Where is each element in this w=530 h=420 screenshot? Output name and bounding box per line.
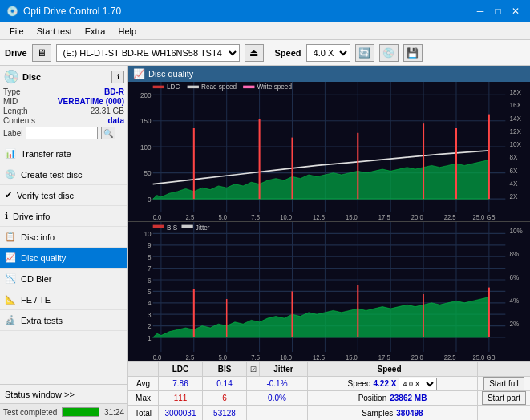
stats-header-jitter: Jitter <box>260 362 308 376</box>
menu-help[interactable]: Help <box>111 22 143 40</box>
stats-position-label: Position <box>358 394 387 402</box>
disc-type-value: BD-R <box>104 87 124 96</box>
save-button[interactable]: 💾 <box>403 44 423 62</box>
left-panel: 💿 Disc ℹ Type BD-R MID VERBATIMe (000) L… <box>0 66 128 420</box>
nav-disc-quality[interactable]: 📈 Disc quality <box>0 248 127 269</box>
menu-bar: File Start test Extra Help <box>0 22 530 40</box>
svg-text:200: 200 <box>140 91 152 99</box>
svg-text:6: 6 <box>148 276 152 285</box>
svg-text:5.0: 5.0 <box>218 353 227 361</box>
disc-info-icon: 📋 <box>5 232 16 242</box>
svg-text:2.5: 2.5 <box>186 353 195 361</box>
verify-test-disc-label: Verify test disc <box>17 191 74 200</box>
disc-info-btn[interactable]: ℹ <box>111 71 124 83</box>
status-section: Status window >> Test completed 31:24 <box>0 384 127 420</box>
charts-area: 200 150 100 50 0 18X 16X 14X 12X 10X 8X … <box>128 82 530 361</box>
nav-create-test-disc[interactable]: 💿 Create test disc <box>0 164 127 185</box>
chart-bottom-svg: 10 9 8 7 6 5 4 3 2 1 10% 8% 6% 4% 2% <box>128 222 530 361</box>
svg-text:5: 5 <box>148 287 152 296</box>
drive-bar: Drive 🖥 (E:) HL-DT-ST BD-RE WH16NS58 TST… <box>0 40 530 66</box>
cd-bler-label: CD Bler <box>21 274 52 284</box>
menu-start-test[interactable]: Start test <box>30 22 79 40</box>
svg-text:4%: 4% <box>509 296 519 305</box>
disc-label: Disc <box>22 72 41 82</box>
disc-contents-value: data <box>107 116 124 125</box>
svg-text:50: 50 <box>144 169 152 178</box>
svg-text:Jitter: Jitter <box>196 223 210 232</box>
disc-button[interactable]: 💿 <box>379 44 399 62</box>
svg-text:8: 8 <box>148 252 152 261</box>
stats-bar: LDC BIS ☑ Jitter Speed Avg 7.86 0.14 -0.… <box>128 361 530 420</box>
svg-text:10: 10 <box>144 229 152 238</box>
stats-bottom-right-blank <box>478 406 530 420</box>
drive-label: Drive <box>5 48 27 58</box>
svg-text:15.0: 15.0 <box>346 213 358 221</box>
stats-max-ldc: 111 <box>159 391 203 405</box>
svg-text:20.0: 20.0 <box>411 213 423 221</box>
start-part-button[interactable]: Start part <box>482 391 526 405</box>
svg-text:10%: 10% <box>509 227 522 236</box>
stats-speed-row: Speed 4.22 X 4.0 X <box>308 377 478 390</box>
stats-max-jitter: 0.0% <box>247 391 308 405</box>
stats-avg-jitter: -0.1% <box>247 377 308 390</box>
stats-max-bis: 6 <box>203 391 247 405</box>
disc-label-input[interactable] <box>26 127 98 139</box>
drive-icon: 🖥 <box>32 44 51 62</box>
refresh-button[interactable]: 🔄 <box>355 44 374 62</box>
chart-header-icon: 📈 <box>133 68 145 79</box>
svg-text:12.5: 12.5 <box>313 213 325 221</box>
svg-text:16X: 16X <box>509 101 521 110</box>
drive-select[interactable]: (E:) HL-DT-ST BD-RE WH16NS58 TST4 <box>56 44 240 62</box>
disc-icon: 💿 <box>3 69 19 84</box>
stats-samples-value: 380498 <box>396 409 423 418</box>
disc-section: 💿 Disc ℹ Type BD-R MID VERBATIMe (000) L… <box>0 66 127 143</box>
stats-col-sep <box>471 362 478 376</box>
title-bar-controls: ─ □ ✕ <box>472 3 524 19</box>
drive-info-label: Drive info <box>13 212 50 221</box>
status-window-btn[interactable]: Status window >> <box>0 385 127 404</box>
stats-avg-ldc: 7.86 <box>159 377 203 390</box>
speed-select[interactable]: 4.0 X <box>306 44 350 62</box>
maximize-button[interactable]: □ <box>490 3 506 19</box>
nav-fe-te[interactable]: 📐 FE / TE <box>0 289 127 310</box>
nav-transfer-rate[interactable]: 📊 Transfer rate <box>0 143 127 164</box>
menu-file[interactable]: File <box>3 22 30 40</box>
disc-label-key: Label <box>3 129 22 138</box>
svg-text:4: 4 <box>148 299 152 308</box>
nav-disc-info[interactable]: 📋 Disc info <box>0 227 127 248</box>
close-button[interactable]: ✕ <box>508 3 524 19</box>
disc-label-search-btn[interactable]: 🔍 <box>101 127 115 139</box>
speed-label: Speed <box>275 48 301 58</box>
status-text: Test completed <box>3 408 57 417</box>
svg-text:2: 2 <box>148 322 152 331</box>
nav-extra-tests[interactable]: 🔬 Extra tests <box>0 310 127 331</box>
stats-max-label: Max <box>128 391 159 405</box>
disc-length-row: Length 23.31 GB <box>3 107 124 115</box>
stats-speed-select[interactable]: 4.0 X <box>399 378 437 390</box>
nav-cd-bler[interactable]: 📉 CD Bler <box>0 269 127 289</box>
menu-extra[interactable]: Extra <box>79 22 112 40</box>
svg-text:BIS: BIS <box>167 223 177 232</box>
chart-header-title: Disc quality <box>148 69 193 79</box>
stats-total-jitter-blank <box>247 406 308 420</box>
nav-drive-info[interactable]: ℹ Drive info <box>0 206 127 227</box>
start-full-button[interactable]: Start full <box>483 377 524 390</box>
eject-button[interactable]: ⏏ <box>245 44 264 62</box>
minimize-button[interactable]: ─ <box>472 3 488 19</box>
nav-verify-test-disc[interactable]: ✔ Verify test disc <box>0 185 127 206</box>
svg-text:6X: 6X <box>509 166 517 175</box>
svg-rect-44 <box>188 86 199 88</box>
progress-bar-fill <box>63 408 99 416</box>
stats-jitter-check[interactable]: ☑ <box>247 362 260 376</box>
disc-type-row: Type BD-R <box>3 87 124 96</box>
svg-text:Read speed: Read speed <box>201 83 237 91</box>
stats-samples-label: Samples <box>362 409 393 418</box>
stats-speed-label: Speed <box>348 379 371 388</box>
svg-text:15.0: 15.0 <box>346 353 358 361</box>
stats-header-ldc: LDC <box>159 362 203 376</box>
main-layout: 💿 Disc ℹ Type BD-R MID VERBATIMe (000) L… <box>0 66 530 420</box>
svg-text:5.0: 5.0 <box>218 213 227 221</box>
svg-text:22.5: 22.5 <box>444 353 456 361</box>
svg-text:3: 3 <box>148 310 152 319</box>
stats-avg-bis: 0.14 <box>203 377 247 390</box>
